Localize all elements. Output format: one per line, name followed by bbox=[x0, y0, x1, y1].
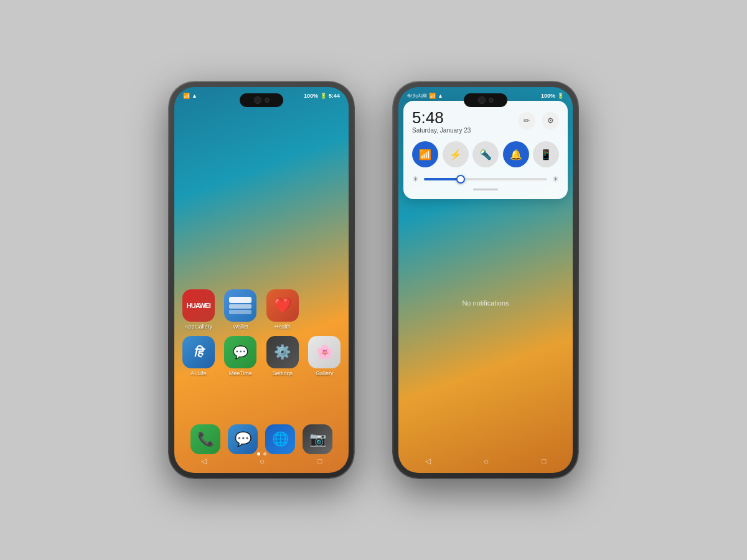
battery-percent: 100% bbox=[304, 93, 318, 99]
phone-2: 华为内网 📶 ▲ 100% 🔋 5:48 Saturday, January 2… bbox=[392, 81, 579, 479]
main-camera bbox=[254, 96, 261, 104]
phone-1: 📶 ▲ 100% 🔋 5:44 HUAWEI bbox=[168, 81, 355, 479]
messages-icon[interactable]: 💬 bbox=[228, 424, 258, 454]
settings-icon: ⚙ bbox=[547, 116, 554, 125]
app-gallery[interactable]: 🌸 Gallery bbox=[307, 336, 343, 376]
brightness-control: ☀ ☀ bbox=[412, 175, 559, 184]
quick-toggles: 📶 ⚡ 🔦 🔔 📱 bbox=[412, 141, 559, 167]
dock-browser[interactable]: 🌐 bbox=[265, 424, 295, 454]
notif-header: 5:48 Saturday, January 23 ✏ ⚙ bbox=[412, 110, 559, 134]
status-right-2: 100% 🔋 bbox=[541, 93, 564, 99]
wifi-toggle[interactable]: 📶 bbox=[412, 141, 438, 167]
app-ailife[interactable]: हि AI Life bbox=[181, 336, 217, 376]
bell-icon: 🔔 bbox=[510, 149, 522, 161]
status-right-icons: 100% 🔋 5:44 bbox=[304, 93, 340, 99]
dock-phone[interactable]: 📞 bbox=[190, 424, 220, 454]
notification-panel: 5:48 Saturday, January 23 ✏ ⚙ 📶 bbox=[403, 101, 568, 199]
handle-bar bbox=[473, 189, 498, 190]
browser-icon[interactable]: 🌐 bbox=[265, 424, 295, 454]
app-meetime[interactable]: 💬 MeeTime bbox=[223, 336, 259, 376]
app-wallet[interactable]: Wallet bbox=[223, 289, 259, 330]
home-wallpaper: 📶 ▲ 100% 🔋 5:44 HUAWEI bbox=[174, 87, 349, 473]
back-button-2[interactable]: ◁ bbox=[425, 457, 431, 465]
brightness-track[interactable] bbox=[424, 178, 547, 180]
nav-bar-1: ◁ ○ □ bbox=[174, 454, 349, 468]
edit-button[interactable]: ✏ bbox=[518, 112, 535, 129]
wallet-label: Wallet bbox=[233, 324, 248, 330]
wifi-toggle-icon: 📶 bbox=[419, 149, 431, 161]
flashlight-icon: 🔦 bbox=[479, 149, 492, 161]
phone-icon[interactable]: 📞 bbox=[190, 424, 220, 454]
brightness-thumb[interactable] bbox=[456, 175, 465, 184]
flashlight-toggle[interactable]: 🔦 bbox=[472, 141, 499, 167]
notif-action-buttons: ✏ ⚙ bbox=[518, 112, 559, 129]
status-left-icons: 📶 ▲ bbox=[183, 93, 197, 99]
main-camera-2 bbox=[478, 96, 486, 104]
recent-button-2[interactable]: □ bbox=[542, 457, 546, 465]
wifi-icon: ▲ bbox=[192, 93, 197, 99]
rotation-icon: 📱 bbox=[540, 149, 552, 161]
bluetooth-icon: ⚡ bbox=[449, 149, 462, 161]
notification-toggle[interactable]: 🔔 bbox=[503, 141, 529, 167]
home-button-1[interactable]: ○ bbox=[260, 456, 265, 466]
appgallery-label: AppGallery bbox=[184, 324, 212, 330]
secondary-camera bbox=[265, 98, 270, 103]
gallery-label: Gallery bbox=[316, 370, 334, 376]
settings-button[interactable]: ⚙ bbox=[542, 112, 559, 129]
secondary-camera-2 bbox=[489, 98, 494, 103]
bluetooth-toggle[interactable]: ⚡ bbox=[443, 141, 469, 167]
battery-percent-2: 100% bbox=[541, 93, 555, 99]
dock: 📞 💬 🌐 📷 bbox=[174, 424, 349, 454]
app-health[interactable]: ❤️ Health bbox=[265, 289, 301, 330]
signal-icon-2: 📶 bbox=[429, 93, 436, 99]
brightness-fill bbox=[424, 178, 461, 180]
battery-icon-2: 🔋 bbox=[557, 93, 564, 99]
recent-button-1[interactable]: □ bbox=[317, 457, 322, 465]
rotation-toggle[interactable]: 📱 bbox=[533, 141, 559, 167]
meetime-icon[interactable]: 💬 bbox=[224, 336, 256, 368]
signal-icon: 📶 bbox=[183, 93, 190, 99]
status-left-2: 华为内网 📶 ▲ bbox=[407, 93, 443, 100]
no-notifications: No notifications bbox=[398, 299, 573, 307]
gallery-icon[interactable]: 🌸 bbox=[308, 336, 341, 368]
dock-camera[interactable]: 📷 bbox=[303, 424, 332, 454]
time-display: 5:44 bbox=[329, 93, 340, 99]
health-icon[interactable]: ❤️ bbox=[266, 289, 299, 322]
edit-icon: ✏ bbox=[524, 116, 530, 125]
carrier-text: 华为内网 bbox=[407, 93, 427, 100]
brightness-low-icon: ☀ bbox=[412, 175, 419, 184]
settings-label: Settings bbox=[272, 370, 293, 376]
app-settings[interactable]: ⚙️ Settings bbox=[265, 336, 301, 376]
time-date-block: 5:48 Saturday, January 23 bbox=[412, 110, 471, 134]
appgallery-icon[interactable]: HUAWEI bbox=[182, 289, 215, 322]
health-label: Health bbox=[275, 324, 291, 330]
dock-messages[interactable]: 💬 bbox=[228, 424, 258, 454]
camera-notch bbox=[240, 93, 283, 107]
app-appgallery[interactable]: HUAWEI AppGallery bbox=[181, 289, 217, 330]
wallet-icon[interactable] bbox=[224, 289, 256, 322]
nav-bar-2: ◁ ○ □ bbox=[398, 454, 573, 468]
panel-handle bbox=[412, 189, 559, 190]
ailife-icon[interactable]: हि bbox=[182, 336, 215, 368]
app-grid: HUAWEI AppGallery Wallet ❤️ bbox=[174, 289, 349, 423]
camera-notch-2 bbox=[464, 93, 507, 107]
home-button-2[interactable]: ○ bbox=[484, 456, 489, 466]
back-button-1[interactable]: ◁ bbox=[201, 457, 207, 465]
phone-2-screen: 华为内网 📶 ▲ 100% 🔋 5:48 Saturday, January 2… bbox=[398, 87, 573, 473]
settings-icon[interactable]: ⚙️ bbox=[266, 336, 299, 368]
notif-date: Saturday, January 23 bbox=[412, 127, 471, 134]
ailife-label: AI Life bbox=[190, 370, 207, 376]
meetime-label: MeeTime bbox=[229, 370, 252, 376]
phone-1-screen: 📶 ▲ 100% 🔋 5:44 HUAWEI bbox=[174, 87, 349, 473]
wifi-icon-2: ▲ bbox=[438, 93, 443, 99]
notif-time: 5:48 bbox=[412, 110, 471, 126]
camera-icon[interactable]: 📷 bbox=[303, 424, 332, 454]
battery-icon: 🔋 bbox=[320, 93, 327, 99]
brightness-high-icon: ☀ bbox=[552, 175, 559, 184]
notif-wallpaper: 华为内网 📶 ▲ 100% 🔋 5:48 Saturday, January 2… bbox=[398, 87, 573, 473]
